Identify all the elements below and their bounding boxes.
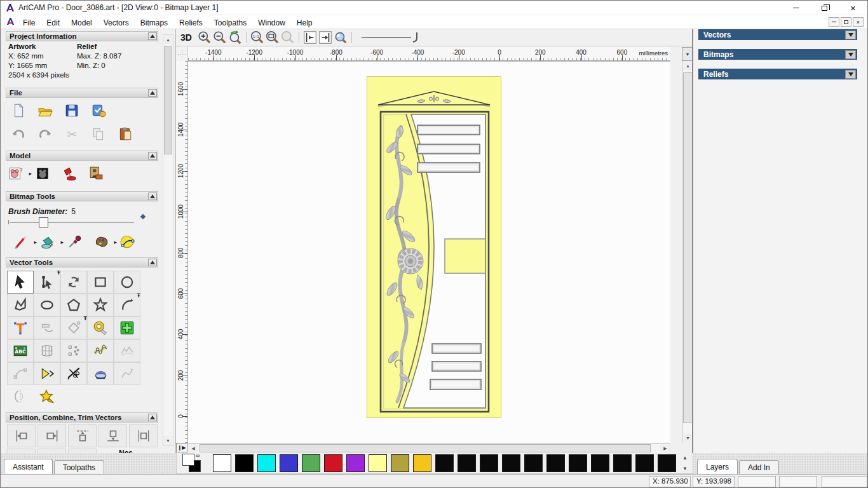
scrollbar-thumb[interactable] bbox=[164, 46, 172, 154]
scroll-left-icon[interactable]: ◀ bbox=[188, 444, 198, 453]
undo-icon[interactable] bbox=[10, 125, 27, 144]
select-vectors-icon[interactable] bbox=[7, 271, 34, 294]
create-arc-icon[interactable] bbox=[114, 294, 140, 316]
colour-swatch[interactable] bbox=[235, 454, 254, 472]
colour-swatch[interactable] bbox=[591, 454, 609, 472]
bitmap-to-vector-icon[interactable] bbox=[119, 233, 137, 252]
colour-swatch[interactable] bbox=[546, 454, 565, 472]
bitmaps-header[interactable]: Bitmaps bbox=[698, 49, 857, 60]
ruler-origin-icon[interactable] bbox=[176, 47, 188, 61]
collapse-section-button[interactable] bbox=[148, 32, 157, 40]
align-centre-icon[interactable] bbox=[129, 424, 158, 447]
copy-icon[interactable] bbox=[90, 125, 107, 144]
align-left-icon[interactable] bbox=[7, 424, 36, 447]
zoom-slider[interactable] bbox=[362, 31, 420, 44]
menu-toolpaths[interactable]: Toolpaths bbox=[208, 17, 252, 29]
create-polyline-icon[interactable] bbox=[7, 294, 34, 316]
scroll-down-icon[interactable]: ▼ bbox=[680, 464, 690, 473]
menu-model[interactable]: Model bbox=[65, 17, 98, 29]
new-document-icon[interactable] bbox=[10, 101, 27, 120]
tab-layers[interactable]: Layers bbox=[697, 459, 738, 474]
view-options-icon[interactable] bbox=[333, 30, 348, 45]
zoom-in-icon[interactable] bbox=[197, 30, 212, 45]
open-file-icon[interactable] bbox=[36, 101, 54, 120]
create-polygon-icon[interactable] bbox=[60, 294, 87, 316]
link-colours-icon[interactable]: ∞ bbox=[196, 452, 200, 459]
colour-swatch[interactable] bbox=[613, 454, 632, 472]
menu-reliefs[interactable]: Reliefs bbox=[173, 17, 208, 29]
colour-swatch[interactable] bbox=[391, 454, 409, 472]
create-ellipse-icon[interactable] bbox=[34, 294, 60, 316]
door-artwork[interactable] bbox=[367, 76, 501, 418]
menu-window[interactable]: Window bbox=[252, 17, 291, 29]
mdi-minimize-button[interactable] bbox=[829, 17, 839, 27]
zoom-slider-handle[interactable] bbox=[411, 31, 420, 44]
fit-arcs-icon[interactable] bbox=[87, 339, 114, 362]
paste-icon[interactable] bbox=[116, 125, 134, 144]
scroll-down-icon[interactable]: ▼ bbox=[163, 436, 173, 445]
colour-swatch[interactable] bbox=[346, 454, 365, 472]
create-text-icon[interactable]: T bbox=[7, 316, 34, 339]
scroll-up-icon[interactable]: ▲ bbox=[680, 454, 690, 462]
colour-swatch[interactable] bbox=[369, 454, 387, 472]
colour-palette-icon[interactable] bbox=[92, 233, 110, 252]
trim-vectors-icon[interactable] bbox=[60, 362, 87, 385]
canvas-horizontal-scrollbar[interactable]: ◀ ▶ bbox=[188, 443, 670, 453]
palette-scroll[interactable]: ▲ ▼ bbox=[680, 454, 690, 473]
brush-slider-handle[interactable] bbox=[39, 217, 48, 227]
zoom-previous-icon[interactable] bbox=[227, 30, 243, 45]
canvas-2d-view[interactable] bbox=[188, 61, 670, 443]
texture-relief-icon[interactable] bbox=[87, 164, 105, 183]
pick-colour-icon[interactable] bbox=[65, 233, 83, 252]
create-star-icon[interactable] bbox=[87, 294, 114, 316]
text-in-box-icon[interactable]: ABC bbox=[7, 339, 34, 362]
create-circle-icon[interactable] bbox=[114, 271, 140, 294]
colour-swatch[interactable] bbox=[413, 454, 431, 472]
primary-secondary-colours[interactable]: ∞ bbox=[182, 454, 204, 473]
minimize-button[interactable] bbox=[782, 1, 810, 15]
brush-slider-track[interactable] bbox=[10, 222, 134, 223]
menu-help[interactable]: Help bbox=[291, 17, 318, 29]
redo-icon[interactable] bbox=[36, 125, 54, 144]
colour-swatch[interactable] bbox=[524, 454, 543, 472]
zoom-object-icon[interactable] bbox=[280, 30, 295, 45]
view-3d-button[interactable]: 3D bbox=[180, 32, 192, 43]
mdi-restore-button[interactable] bbox=[841, 17, 851, 27]
chevron-down-icon[interactable] bbox=[845, 70, 856, 79]
paint-brush-icon[interactable] bbox=[12, 233, 30, 252]
assistant-scrollbar[interactable]: ▲ ▼ bbox=[163, 34, 173, 446]
align-bottom-icon[interactable] bbox=[98, 424, 127, 447]
slice-vectors-icon[interactable] bbox=[7, 385, 34, 408]
previous-view-icon[interactable] bbox=[302, 30, 318, 45]
zoom-out-icon[interactable] bbox=[212, 30, 227, 45]
chevron-down-icon[interactable] bbox=[845, 30, 856, 39]
join-vectors-icon[interactable] bbox=[34, 362, 60, 385]
chevron-down-icon[interactable] bbox=[845, 50, 856, 59]
collapse-section-button[interactable] bbox=[148, 414, 157, 421]
scroll-up-icon[interactable]: ▲ bbox=[163, 35, 173, 44]
scrollbar-thumb[interactable] bbox=[200, 444, 651, 452]
scroll-down-icon[interactable]: ▼ bbox=[683, 433, 693, 443]
model-wizard-icon[interactable] bbox=[90, 101, 107, 120]
colour-swatch[interactable] bbox=[635, 454, 654, 472]
transform-vectors-icon[interactable] bbox=[60, 271, 87, 294]
align-right-icon[interactable] bbox=[37, 424, 66, 447]
align-top-icon[interactable] bbox=[68, 424, 97, 447]
lighting-icon[interactable] bbox=[60, 164, 78, 183]
tab-toolpaths[interactable]: Toolpaths bbox=[54, 460, 104, 474]
colour-swatch[interactable] bbox=[302, 454, 320, 472]
cut-icon[interactable]: ✂ bbox=[63, 125, 81, 144]
set-model-size-icon[interactable]: 7 bbox=[7, 164, 25, 183]
close-button[interactable]: × bbox=[839, 1, 867, 15]
offset-vector-icon[interactable] bbox=[60, 316, 87, 339]
scrollbar-thumb[interactable] bbox=[683, 72, 693, 423]
simplify-vectors-icon[interactable] bbox=[114, 339, 140, 362]
create-rectangle-icon[interactable] bbox=[87, 271, 114, 294]
zoom-window-icon[interactable] bbox=[265, 30, 280, 45]
colour-swatch[interactable] bbox=[257, 454, 276, 472]
mdi-close-button[interactable]: × bbox=[853, 17, 864, 27]
star-wizard-icon[interactable] bbox=[34, 385, 60, 408]
colour-swatch[interactable] bbox=[458, 454, 476, 472]
next-view-icon[interactable] bbox=[318, 30, 333, 45]
measure-icon[interactable] bbox=[87, 316, 114, 339]
